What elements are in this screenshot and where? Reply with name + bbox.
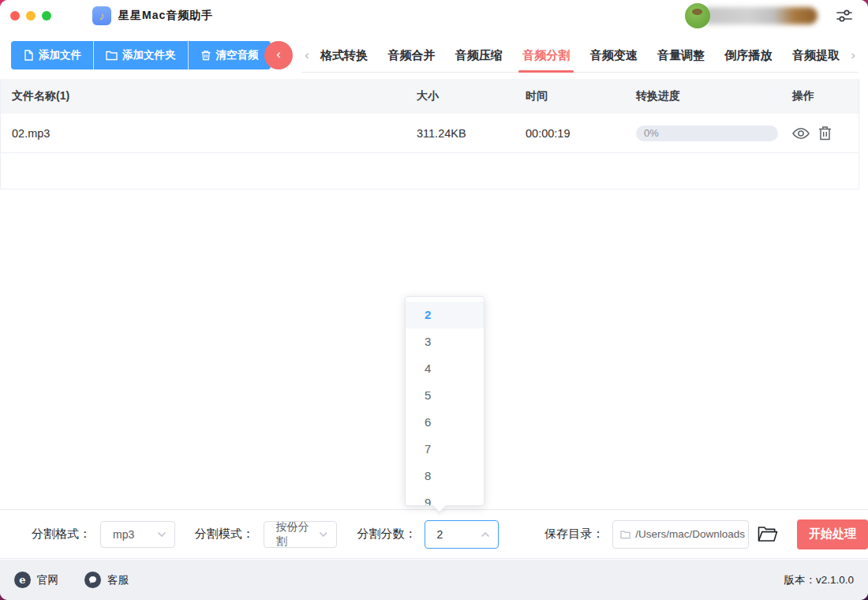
folder-icon <box>620 530 630 539</box>
header-progress: 转换进度 <box>630 89 780 103</box>
split-format-label: 分割格式： <box>32 527 91 542</box>
start-processing-button[interactable]: 开始处理 <box>797 519 868 549</box>
dropdown-option-5[interactable]: 5 <box>406 382 484 409</box>
save-directory-value: /Users/mac/Downloads <box>635 528 745 540</box>
header-file-name: 文件名称(1) <box>1 89 417 103</box>
clear-audio-label: 清空音频 <box>216 48 259 62</box>
tab-audio-merge[interactable]: 音频合并 <box>387 38 435 73</box>
dropdown-option-6[interactable]: 6 <box>406 409 484 436</box>
settings-bar: 分割格式： mp3 分割模式： 按份分割 分割分数： 2 保存目录： /User… <box>0 509 868 559</box>
tabs-bar: ‹ 格式转换 音频合并 音频压缩 音频分割 音频变速 音量调整 倒序播放 音频提… <box>301 38 859 73</box>
toolbar-row: 添加文件 添加文件夹 清空音频 ‹ ‹ 格式转换 音频合并 音频压缩 音频分割 … <box>0 32 868 79</box>
cell-progress: 0% <box>630 126 780 141</box>
footer: e 官网 客服 版本：v2.1.0.0 <box>0 560 868 600</box>
avatar <box>685 3 710 28</box>
save-directory-label: 保存目录： <box>544 527 604 542</box>
table-header: 文件名称(1) 大小 时间 转换进度 操作 <box>1 79 859 114</box>
split-mode-select[interactable]: 按份分割 <box>264 521 337 548</box>
user-account[interactable] <box>685 0 817 32</box>
folder-open-icon <box>758 526 778 542</box>
settings-sliders-icon[interactable] <box>835 6 854 25</box>
split-format-select[interactable]: mp3 <box>100 521 175 548</box>
chat-bubble-icon <box>84 572 101 588</box>
tab-format-convert[interactable]: 格式转换 <box>320 38 368 73</box>
add-folder-label: 添加文件夹 <box>122 48 176 62</box>
customer-support-link[interactable]: 客服 <box>84 572 129 588</box>
official-website-link[interactable]: e 官网 <box>14 572 58 588</box>
tabs: 格式转换 音频合并 音频压缩 音频分割 音频变速 音量调整 倒序播放 音频提取 <box>312 38 847 73</box>
zoom-window-button[interactable] <box>42 11 51 21</box>
progress-label: 0% <box>644 127 659 139</box>
split-count-label: 分割分数： <box>357 527 417 542</box>
tab-audio-split[interactable]: 音频分割 <box>522 38 570 73</box>
add-file-label: 添加文件 <box>39 48 81 62</box>
dropdown-option-9[interactable]: 9 <box>406 489 484 506</box>
app-window: ♪ 星星Mac音频助手 添加文件 添加文件夹 <box>0 0 868 600</box>
cell-file-name: 02.mp3 <box>1 127 417 140</box>
cell-actions <box>780 126 859 141</box>
tab-audio-compress[interactable]: 音频压缩 <box>455 38 503 73</box>
titlebar: ♪ 星星Mac音频助手 <box>0 0 868 32</box>
minimize-window-button[interactable] <box>26 11 36 21</box>
censored-username <box>701 7 817 24</box>
dropdown-option-2[interactable]: 2 <box>406 302 484 328</box>
cell-time: 00:00:19 <box>519 127 630 140</box>
trash-icon <box>818 126 832 141</box>
cell-size: 311.24KB <box>417 127 519 140</box>
chevron-up-icon <box>481 531 490 538</box>
chevron-down-icon <box>319 531 328 538</box>
table-empty-area <box>1 153 859 189</box>
dropdown-option-4[interactable]: 4 <box>406 355 484 382</box>
file-icon <box>23 50 34 61</box>
add-folder-button[interactable]: 添加文件夹 <box>93 41 188 69</box>
tab-reverse-play[interactable]: 倒序播放 <box>725 38 773 73</box>
browse-folder-button[interactable] <box>758 526 778 542</box>
split-mode-value: 按份分割 <box>276 520 319 549</box>
header-time: 时间 <box>519 89 630 103</box>
tab-volume-adjust[interactable]: 音量调整 <box>657 38 705 73</box>
tabs-scroll-left-icon[interactable]: ‹ <box>301 47 312 63</box>
version-label: 版本：v2.1.0.0 <box>784 573 854 587</box>
app-title: 星星Mac音频助手 <box>118 9 213 23</box>
add-file-button[interactable]: 添加文件 <box>11 41 93 69</box>
eye-icon <box>792 126 810 141</box>
chat-glyph <box>88 576 97 584</box>
folder-icon <box>106 50 118 61</box>
tab-audio-extract[interactable]: 音频提取 <box>792 38 840 73</box>
customer-support-label: 客服 <box>107 573 129 587</box>
app-logo-icon: ♪ <box>92 6 111 25</box>
trash-icon <box>200 50 211 61</box>
chevron-left-icon: ‹ <box>276 41 281 68</box>
back-button[interactable]: ‹ <box>264 41 293 69</box>
tab-audio-speed[interactable]: 音频变速 <box>590 38 638 73</box>
close-window-button[interactable] <box>10 11 20 21</box>
save-directory-input[interactable]: /Users/mac/Downloads <box>612 520 749 549</box>
delete-button[interactable] <box>818 126 832 141</box>
browser-e-icon: e <box>14 572 31 588</box>
file-actions-group: 添加文件 添加文件夹 清空音频 <box>11 41 271 69</box>
header-size: 大小 <box>417 89 519 103</box>
table-row[interactable]: 02.mp3 311.24KB 00:00:19 0% <box>1 114 859 153</box>
split-format-value: mp3 <box>113 528 134 541</box>
clear-audio-button[interactable]: 清空音频 <box>188 41 271 69</box>
file-table: 文件名称(1) 大小 时间 转换进度 操作 02.mp3 311.24KB 00… <box>0 79 859 189</box>
traffic-lights <box>0 11 51 21</box>
chevron-down-icon <box>157 531 166 538</box>
official-website-label: 官网 <box>37 573 58 587</box>
split-count-value: 2 <box>437 528 443 541</box>
header-actions: 操作 <box>780 89 859 103</box>
progress-bar: 0% <box>636 126 778 141</box>
split-mode-label: 分割模式： <box>195 527 254 542</box>
split-count-dropdown-panel: 2 3 4 5 6 7 8 9 <box>405 296 485 506</box>
split-count-select[interactable]: 2 <box>425 520 499 549</box>
preview-button[interactable] <box>792 126 810 141</box>
dropdown-option-8[interactable]: 8 <box>406 463 484 489</box>
tabs-scroll-right-icon[interactable]: › <box>847 47 859 63</box>
dropdown-option-7[interactable]: 7 <box>406 436 484 463</box>
dropdown-option-3[interactable]: 3 <box>406 328 484 355</box>
